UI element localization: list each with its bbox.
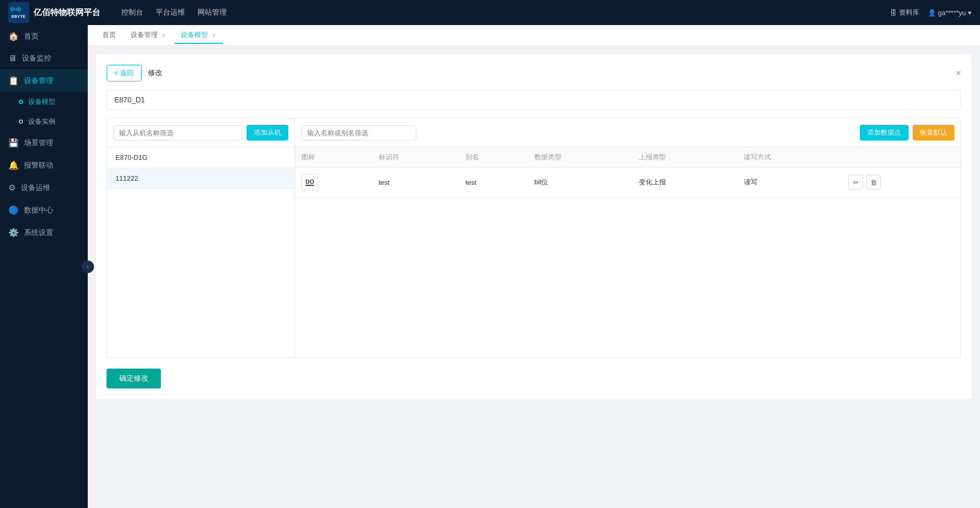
sidebar-item-device-mgmt[interactable]: 📋 设备管理 (0, 69, 88, 92)
edit-button[interactable]: 修改 (148, 68, 162, 78)
table-header-row: 图标 标识符 别名 数据类型 上报类型 读写方式 (295, 147, 961, 168)
list-item[interactable]: 111222 (107, 168, 295, 189)
tab-device-model[interactable]: 设备模型 × (174, 27, 223, 44)
content-area: 首页 设备管理 × 设备模型 × < 返回 修改 × (88, 25, 980, 508)
nav-item-ops[interactable]: 平台运维 (156, 8, 185, 17)
svg-text:EBYTE: EBYTE (11, 14, 26, 19)
sidebar-item-label: 设备监控 (22, 54, 51, 63)
left-panel-toolbar: 添加从机 (107, 119, 295, 147)
col-alias: 别名 (459, 147, 528, 168)
chevron-down-icon: ▾ (968, 9, 972, 17)
tab-device-mgmt-label: 设备管理 (131, 30, 158, 40)
cell-alias: test (459, 168, 528, 197)
sidebar-sub-item-label: 设备模型 (28, 97, 55, 107)
add-slave-button[interactable]: 添加从机 (247, 125, 288, 140)
right-toolbar-right: 添加数据点 恢复默认 (860, 125, 954, 140)
sidebar-item-alarm[interactable]: 🔔 报警联动 (0, 154, 88, 176)
right-toolbar-left (301, 125, 416, 140)
sidebar-item-label: 系统设置 (24, 228, 53, 238)
sidebar-item-label: 设备管理 (24, 76, 53, 86)
sidebar-item-label: 首页 (24, 32, 39, 41)
tabs-bar: 首页 设备管理 × 设备模型 × (88, 25, 980, 46)
sidebar-collapse-button[interactable]: ‹ (81, 261, 94, 273)
cell-rw-mode: 读写 (738, 168, 842, 197)
restore-default-button[interactable]: 恢复默认 (913, 125, 954, 140)
footer-area: 确定修改 (107, 369, 961, 388)
data-center-icon: 🔵 (8, 205, 19, 215)
top-nav: ((ω)) EBYTE 亿佰特物联网平台 控制台 平台运维 网站管理 🗄 资料库… (0, 0, 980, 25)
right-panel: 添加数据点 恢复默认 图标 标识符 别名 数据类型 (295, 119, 961, 358)
col-report-type: 上报类型 (633, 147, 737, 168)
cell-identifier: test (372, 168, 459, 197)
monitor-icon: 🖥 (8, 54, 17, 63)
top-nav-items: 控制台 平台运维 网站管理 (121, 8, 890, 17)
svg-text:((ω)): ((ω)) (10, 6, 21, 11)
dot-icon (19, 120, 23, 124)
main-card: < 返回 修改 × 添加从机 (96, 54, 972, 399)
sidebar-item-label: 设备运维 (21, 183, 50, 193)
tab-home-label: 首页 (102, 30, 116, 40)
sidebar-item-label: 场景管理 (24, 138, 53, 148)
col-identifier: 标识符 (372, 147, 459, 168)
tab-home[interactable]: 首页 (96, 27, 122, 44)
sidebar-item-settings[interactable]: ⚙️ 系统设置 (0, 221, 88, 244)
alarm-icon: 🔔 (8, 160, 19, 170)
cell-data-type: bit位 (528, 168, 633, 197)
add-point-button[interactable]: 添加数据点 (860, 125, 908, 140)
nav-item-console[interactable]: 控制台 (121, 8, 143, 17)
db-label: 资料库 (899, 8, 919, 17)
sidebar-item-scene-mgmt[interactable]: 💾 场景管理 (0, 132, 88, 154)
right-panel-toolbar: 添加数据点 恢复默认 (295, 119, 961, 147)
back-button[interactable]: < 返回 (107, 65, 142, 81)
cell-report-type: 变化上报 (633, 168, 737, 197)
device-list: E870-D1G 111222 (107, 147, 295, 358)
home-icon: 🏠 (8, 31, 19, 41)
data-table: 图标 标识符 别名 数据类型 上报类型 读写方式 (295, 147, 961, 197)
slave-search-input[interactable] (113, 125, 242, 140)
collapse-icon: ‹ (87, 264, 88, 269)
sidebar-item-ops[interactable]: ⚙ 设备运维 (0, 176, 88, 199)
db-icon: 🗄 (890, 9, 897, 17)
cell-icon: DO (295, 168, 372, 197)
delete-row-button[interactable]: 🗑 (866, 175, 881, 190)
do-icon: DO (306, 179, 314, 186)
user-label: ga*****yu (938, 9, 966, 17)
col-actions (842, 147, 961, 168)
sidebar-item-monitor[interactable]: 🖥 设备监控 (0, 48, 88, 69)
col-data-type: 数据类型 (528, 147, 633, 168)
page-toolbar: < 返回 修改 × (107, 65, 961, 81)
tab-device-mgmt-close[interactable]: × (161, 31, 166, 39)
user-info[interactable]: 👤 ga*****yu ▾ (928, 9, 972, 17)
db-link[interactable]: 🗄 资料库 (890, 8, 919, 17)
two-panel: 添加从机 E870-D1G 111222 (107, 118, 961, 358)
do-text: DO (306, 179, 314, 186)
col-rw-mode: 读写方式 (738, 147, 842, 168)
col-icon: 图标 (295, 147, 372, 168)
sidebar: 🏠 首页 🖥 设备监控 📋 设备管理 设备模型 设备实例 💾 场景管理 🔔 报警… (0, 25, 88, 508)
close-button[interactable]: × (955, 68, 961, 78)
tab-device-model-close[interactable]: × (211, 31, 216, 39)
list-item[interactable]: E870-D1G (107, 147, 295, 168)
sidebar-item-data-center[interactable]: 🔵 数据中心 (0, 199, 88, 221)
sidebar-sub-item-device-instance[interactable]: 设备实例 (0, 112, 88, 132)
user-icon: 👤 (928, 9, 936, 17)
nav-item-website[interactable]: 网站管理 (197, 8, 227, 17)
edit-row-button[interactable]: ✏ (848, 175, 863, 190)
tab-device-model-label: 设备模型 (181, 30, 208, 40)
model-name-input[interactable] (107, 90, 961, 110)
sidebar-item-home[interactable]: 🏠 首页 (0, 25, 88, 48)
point-search-input[interactable] (301, 125, 416, 140)
settings-icon: ⚙️ (8, 228, 19, 238)
top-right-area: 🗄 资料库 👤 ga*****yu ▾ (890, 8, 972, 17)
ops-icon: ⚙ (8, 183, 16, 193)
cell-actions: ✏ 🗑 (842, 168, 961, 197)
sidebar-item-label: 数据中心 (24, 206, 53, 215)
device-mgmt-icon: 📋 (8, 76, 19, 86)
sidebar-item-label: 报警联动 (24, 161, 53, 170)
dot-icon (19, 100, 23, 104)
confirm-button[interactable]: 确定修改 (107, 369, 161, 388)
action-buttons: ✏ 🗑 (848, 175, 954, 190)
tab-device-mgmt[interactable]: 设备管理 × (124, 27, 172, 44)
do-icon-container: DO (301, 174, 318, 191)
sidebar-sub-item-device-model[interactable]: 设备模型 (0, 92, 88, 112)
